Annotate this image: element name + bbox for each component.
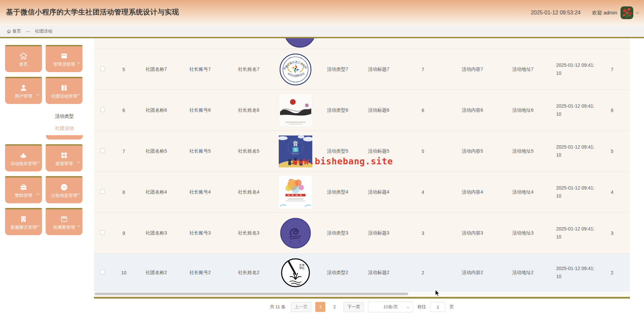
user-icon (19, 84, 28, 92)
avatar[interactable] (621, 6, 633, 19)
svg-text:学社: 学社 (299, 266, 305, 269)
sidebar-item-discover-management[interactable]: 发现管理 (46, 144, 83, 171)
cell-activity-address: 活动地址3 (498, 230, 547, 236)
cell-leader-account: 社长账号5 (176, 148, 224, 154)
notice-chat-icon (60, 183, 68, 192)
cell-activity-content: 活动内容2 (446, 270, 498, 276)
cell-leader-name: 社长姓名2 (224, 270, 274, 276)
signup-icon (19, 151, 28, 160)
submenu-item-club-activity[interactable]: 社团活动 (46, 122, 83, 134)
cell-activity-type: 活动类型5 (317, 148, 358, 154)
page-size-select[interactable]: 10条/页 (368, 302, 413, 312)
ink-painting-poster: 梅新 (279, 94, 312, 127)
cell-activity-title: 活动标题6 (358, 107, 399, 113)
sidebar-item-club-activity-management[interactable]: 社团活动管理 (46, 77, 83, 104)
cell-number: 4 (399, 190, 446, 195)
cell-activity-title: 活动标题4 (358, 189, 399, 195)
pagination: 共 11 条 上一页 1 2 下一页 10条/页 前往 页 (94, 301, 630, 313)
horizontal-scrollbar-thumb[interactable] (95, 293, 408, 295)
cell-datetime: 2025-01-12 09:41:10 (547, 102, 598, 118)
sidebar: 首页 管理员管理 用户管理 社团活动管理 活动类型社团活动 活动报名管理 发现管… (5, 45, 83, 235)
breadcrumb-home[interactable]: 首页 (7, 28, 21, 34)
sidebar-item-notice-management[interactable]: 公告信息管理 (46, 176, 83, 203)
chevron-down-icon (77, 160, 80, 163)
goto-unit: 页 (449, 304, 454, 310)
cell-index: 6 (111, 108, 136, 113)
sidebar-item-signup-management[interactable]: 活动报名管理 (5, 144, 42, 171)
breadcrumb-home-label: 首页 (12, 28, 21, 34)
sponsor-briefcase-icon (19, 183, 28, 192)
cell-index: 5 (111, 67, 136, 72)
cell-activity-content: 活动内容6 (446, 107, 498, 113)
row-checkbox[interactable] (100, 66, 105, 71)
chevron-down-icon[interactable] (635, 10, 639, 14)
header-right-cluster: 2025-01-12 09:53:24 欢迎 admin (531, 0, 639, 25)
page-button-1[interactable]: 1 (315, 302, 325, 312)
cell-datetime: 2025-01-12 09:41:10 (547, 265, 598, 280)
service-building-icon (19, 215, 28, 223)
cell-leader-name: 社长姓名7 (224, 66, 274, 72)
sidebar-item-home[interactable]: 首页 (5, 45, 42, 72)
carousel-image-icon (60, 215, 68, 223)
row-checkbox[interactable] (100, 230, 105, 235)
submenu-item-activity-type[interactable]: 活动类型 (46, 110, 83, 122)
cell-activity-type: 活动类型4 (317, 189, 358, 195)
cell-number-2: 2 (598, 270, 627, 275)
cell-activity-content: 活动内容3 (446, 230, 498, 236)
mouse-cursor (435, 290, 440, 299)
cell-leader-account: 社长账号3 (176, 230, 224, 236)
page-size-value: 10条/页 (383, 304, 398, 310)
cell-activity-address: 活动地址4 (498, 189, 547, 195)
svg-text:乐: 乐 (293, 147, 298, 152)
page-title: 基于微信小程序的大学生社团活动管理系统设计与实现 (6, 7, 179, 17)
prev-page-button[interactable]: 上一页 (291, 302, 311, 312)
club-activity-icon (60, 84, 68, 92)
cell-number-2: 7 (598, 67, 627, 72)
cell-activity-address: 活动地址7 (498, 66, 547, 72)
cell-index: 9 (111, 230, 136, 236)
sidebar-item-sponsor-management[interactable]: 赞助管理 (5, 176, 42, 203)
row-checkbox[interactable] (100, 107, 105, 112)
cell-leader-account: 社长账号6 (176, 107, 224, 113)
cell-activity-title: 活动标题2 (358, 270, 399, 276)
cell-activity-type: 活动类型6 (317, 107, 358, 113)
cell-club-name: 社团名称2 (136, 270, 176, 276)
cell-leader-account: 社长账号7 (176, 66, 224, 72)
cell-leader-name: 社长姓名4 (224, 189, 274, 195)
table-row: 5 社团名称7 社长账号7 社长姓名7 安徽交通信息工程学院学生社团联合会 活动… (94, 49, 630, 90)
submenu-active-bar (46, 135, 83, 140)
svg-text:音: 音 (292, 141, 298, 147)
cell-club-name: 社团名称7 (136, 66, 176, 72)
row-checkbox[interactable] (100, 270, 105, 274)
cell-activity-type: 活动类型2 (317, 270, 358, 276)
chevron-down-icon (37, 192, 40, 195)
row-checkbox[interactable] (100, 189, 105, 194)
sidebar-item-carousel-management[interactable]: 轮播图管理 (46, 208, 83, 235)
cell-club-name: 社团名称3 (136, 230, 176, 236)
breadcrumb-current: 社团活动 (35, 28, 52, 34)
next-page-button[interactable]: 下一页 (343, 302, 364, 312)
cell-number-2: 4 (598, 190, 627, 195)
cell-number: 7 (399, 67, 446, 72)
header-bar: 基于微信小程序的大学生社团活动管理系统设计与实现 2025-01-12 09:5… (0, 0, 644, 25)
college-emblem-badge: 安徽交通信息工程学院学生社团联合会 (279, 53, 312, 86)
cell-index: 10 (111, 270, 136, 275)
table-row: 8 社团名称4 社长账号4 社长姓名4 活动类型4 活动标题4 4 活动内容4 … (94, 172, 630, 213)
cell-activity-address: 活动地址6 (498, 107, 547, 113)
sidebar-item-service-chat-management[interactable]: 客服聊天管理 (5, 208, 42, 235)
cell-number-2: 5 (598, 149, 627, 154)
chevron-down-icon (77, 224, 80, 227)
cell-leader-account: 社长账号4 (176, 189, 224, 195)
sidebar-item-user-management[interactable]: 用户管理 (5, 77, 42, 104)
home-icon (19, 52, 28, 60)
cell-leader-name: 社长姓名3 (224, 230, 274, 236)
svg-text:文星: 文星 (299, 263, 305, 266)
row-checkbox[interactable] (100, 148, 105, 153)
chevron-down-icon (407, 305, 410, 309)
cell-number-2: 3 (598, 230, 627, 236)
sidebar-item-admin-management[interactable]: 管理员管理 (46, 45, 83, 72)
cell-club-name: 社团名称5 (136, 148, 176, 154)
pagination-total: 共 11 条 (270, 304, 286, 310)
page-button-2[interactable]: 2 (329, 302, 339, 312)
goto-page-input[interactable] (430, 302, 445, 312)
